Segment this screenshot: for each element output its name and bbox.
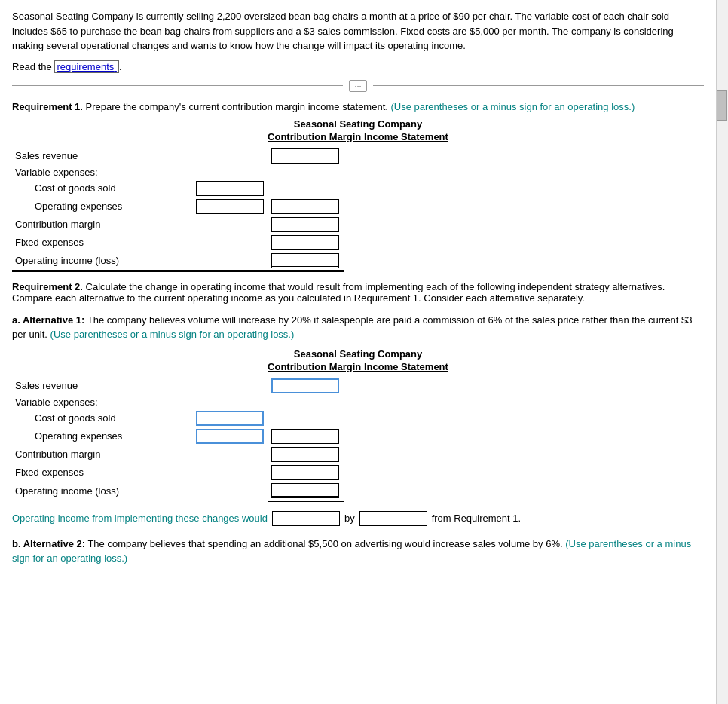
cell-oi-input-2[interactable] bbox=[268, 482, 344, 501]
label-cogs-2: Cost of goods sold bbox=[12, 409, 193, 427]
table-row: Sales revenue bbox=[12, 377, 344, 395]
alternative-2-section: b. Alternative 2: The company believes t… bbox=[12, 537, 704, 566]
opex-input2-1[interactable] bbox=[271, 199, 339, 214]
table-row: Contribution margin bbox=[12, 445, 344, 464]
cell-empty bbox=[268, 409, 344, 427]
scrollbar[interactable] bbox=[716, 0, 728, 704]
table-row: Operating income (loss) bbox=[12, 252, 344, 271]
company-name-1: Seasonal Seating Company bbox=[12, 118, 704, 130]
company-name-2: Seasonal Seating Company bbox=[12, 348, 704, 360]
opex-input2-2[interactable] bbox=[271, 429, 339, 444]
cell-opex-input2-2[interactable] bbox=[268, 427, 344, 445]
alt2-title: b. Alternative 2: The company believes t… bbox=[12, 537, 704, 566]
label-contribution-margin-2: Contribution margin bbox=[12, 445, 193, 464]
table-row: Operating expenses bbox=[12, 427, 344, 445]
table-row: Operating expenses bbox=[12, 197, 344, 216]
oi-change-amount-input[interactable] bbox=[272, 511, 340, 526]
oi-change-direction-input[interactable] bbox=[359, 511, 427, 526]
cell-empty bbox=[193, 377, 268, 395]
table-row: Cost of goods sold bbox=[12, 409, 344, 427]
opex-input1-2[interactable] bbox=[196, 429, 264, 444]
scrollbar-thumb[interactable] bbox=[717, 90, 727, 121]
oi-change-suffix: from Requirement 1. bbox=[432, 513, 522, 524]
intro-text: Seasonal Seating Company is currently se… bbox=[12, 9, 704, 54]
cell-opex-input1[interactable] bbox=[193, 197, 268, 216]
cell-cogs-input-2[interactable] bbox=[193, 409, 268, 427]
cell-empty bbox=[193, 445, 268, 464]
cell-empty bbox=[193, 395, 268, 409]
cm-input-1[interactable] bbox=[271, 217, 339, 232]
cell-empty bbox=[193, 482, 268, 501]
cell-empty bbox=[193, 234, 268, 252]
divider-line-right bbox=[373, 85, 704, 86]
requirement-1-section: Requirement 1. Prepare the company's cur… bbox=[12, 101, 704, 272]
cell-cm-input-2[interactable] bbox=[268, 445, 344, 464]
cell-empty bbox=[268, 179, 344, 197]
label-variable-expenses: Variable expenses: bbox=[12, 165, 193, 179]
divider: ··· bbox=[12, 80, 704, 92]
oi-input-1[interactable] bbox=[271, 253, 339, 268]
label-cogs: Cost of goods sold bbox=[12, 179, 193, 197]
cell-fixed-input-2[interactable] bbox=[268, 464, 344, 482]
by-label: by bbox=[344, 513, 355, 524]
alt1-title: a. Alternative 1: The company believes v… bbox=[12, 313, 704, 342]
fixed-input-2[interactable] bbox=[271, 465, 339, 480]
cogs-input-1[interactable] bbox=[196, 181, 264, 196]
requirements-link[interactable]: requirements bbox=[54, 60, 119, 73]
income-table-2: Sales revenue Variable expenses: bbox=[12, 377, 344, 502]
cell-empty bbox=[268, 165, 344, 179]
cell-sales-revenue-input[interactable] bbox=[268, 147, 344, 165]
statement-title-1: Contribution Margin Income Statement bbox=[12, 131, 704, 142]
requirement-2-title: Requirement 2. Calculate the change in o… bbox=[12, 281, 704, 304]
operating-income-change-row: Operating income from implementing these… bbox=[12, 511, 704, 526]
oi-change-prefix: Operating income from implementing these… bbox=[12, 513, 268, 524]
cell-empty bbox=[193, 464, 268, 482]
label-contribution-margin: Contribution margin bbox=[12, 216, 193, 234]
alternative-1-section: a. Alternative 1: The company believes v… bbox=[12, 313, 704, 526]
cell-empty bbox=[193, 147, 268, 165]
cogs-input-2[interactable] bbox=[196, 411, 264, 426]
cell-empty bbox=[193, 252, 268, 271]
fixed-input-1[interactable] bbox=[271, 235, 339, 250]
table-row: Sales revenue bbox=[12, 147, 344, 165]
cell-fixed-input[interactable] bbox=[268, 234, 344, 252]
income-table-1: Sales revenue Variable expenses: bbox=[12, 147, 344, 272]
table-row: Contribution margin bbox=[12, 216, 344, 234]
label-variable-expenses-2: Variable expenses: bbox=[12, 395, 193, 409]
table-row: Operating income (loss) bbox=[12, 482, 344, 501]
label-fixed-expenses: Fixed expenses bbox=[12, 234, 193, 252]
cell-opex-input1-2[interactable] bbox=[193, 427, 268, 445]
label-sales-revenue-2: Sales revenue bbox=[12, 377, 193, 395]
cell-empty bbox=[193, 165, 268, 179]
statement-title-2: Contribution Margin Income Statement bbox=[12, 361, 704, 372]
cell-cm-input[interactable] bbox=[268, 216, 344, 234]
table-row: Fixed expenses bbox=[12, 464, 344, 482]
table-row: Fixed expenses bbox=[12, 234, 344, 252]
cell-opex-input2[interactable] bbox=[268, 197, 344, 216]
label-operating-income-2: Operating income (loss) bbox=[12, 482, 193, 501]
read-line: Read the requirements . bbox=[12, 61, 704, 72]
table-row: Variable expenses: bbox=[12, 395, 344, 409]
label-operating-expenses-2: Operating expenses bbox=[12, 427, 193, 445]
table-row: Cost of goods sold bbox=[12, 179, 344, 197]
requirement-2-section: Requirement 2. Calculate the change in o… bbox=[12, 281, 704, 304]
divider-line-left bbox=[12, 85, 343, 86]
label-operating-expenses: Operating expenses bbox=[12, 197, 193, 216]
cell-sales-revenue-input-2[interactable] bbox=[268, 377, 344, 395]
sales-revenue-input-2[interactable] bbox=[271, 378, 339, 393]
cell-cogs-input[interactable] bbox=[193, 179, 268, 197]
label-sales-revenue: Sales revenue bbox=[12, 147, 193, 165]
label-fixed-expenses-2: Fixed expenses bbox=[12, 464, 193, 482]
opex-input1-1[interactable] bbox=[196, 199, 264, 214]
sales-revenue-input-1[interactable] bbox=[271, 148, 339, 164]
label-operating-income: Operating income (loss) bbox=[12, 252, 193, 271]
cell-oi-input[interactable] bbox=[268, 252, 344, 271]
requirement-1-title: Requirement 1. Prepare the company's cur… bbox=[12, 101, 704, 112]
cell-empty bbox=[193, 216, 268, 234]
cm-input-2[interactable] bbox=[271, 447, 339, 462]
cell-empty bbox=[268, 395, 344, 409]
oi-input-2[interactable] bbox=[271, 483, 339, 498]
table-row: Variable expenses: bbox=[12, 165, 344, 179]
divider-dots: ··· bbox=[349, 80, 366, 92]
